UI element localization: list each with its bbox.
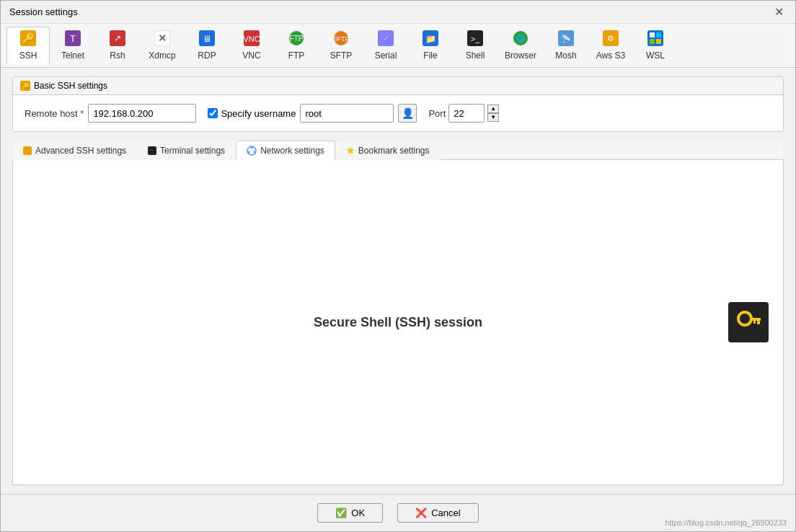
key-large-icon [736, 310, 761, 334]
aws-s3-label: Aws S3 [596, 50, 625, 61]
cancel-button[interactable]: ❌ Cancel [397, 503, 478, 523]
tabs-section: Advanced SSH settings Terminal settings [12, 141, 784, 485]
svg-marker-41 [346, 146, 355, 154]
toolbar-item-shell[interactable]: >_ Shell [454, 27, 497, 64]
toolbar-item-telnet[interactable]: T Telnet [51, 27, 94, 64]
port-down-button[interactable]: ▼ [487, 113, 499, 122]
tab-network[interactable]: Network settings [236, 141, 335, 160]
toolbar-item-xdmcp[interactable]: ✕ Xdmcp [141, 27, 184, 64]
serial-icon: ⟋ [378, 30, 394, 49]
username-input[interactable] [300, 104, 394, 123]
telnet-icon: T [65, 30, 81, 49]
tab-bookmark-label: Bookmark settings [358, 146, 430, 156]
toolbar-item-serial[interactable]: ⟋ Serial [364, 27, 407, 64]
svg-text:🖥: 🖥 [203, 34, 211, 44]
svg-text:⟋: ⟋ [381, 33, 390, 43]
ok-label: OK [351, 507, 365, 518]
ssh-session-label: Secure Shell (SSH) session [314, 315, 482, 330]
mosh-label: Mosh [555, 50, 576, 61]
svg-text:↗: ↗ [114, 33, 121, 43]
toolbar-item-browser[interactable]: 🌐 Browser [498, 27, 543, 64]
wsl-icon [647, 30, 663, 49]
basic-ssh-title-label: Basic SSH settings [34, 81, 107, 91]
basic-ssh-section: 🔑 Basic SSH settings Remote host * Speci… [12, 76, 784, 132]
svg-rect-32 [656, 39, 661, 44]
specify-username-group: Specify username 👤 [208, 104, 417, 123]
tab-network-label: Network settings [260, 146, 324, 156]
tab-terminal[interactable]: Terminal settings [137, 141, 236, 160]
svg-text:>_: >_ [471, 35, 480, 43]
title-bar: Session settings ✕ [1, 1, 795, 24]
toolbar-item-rsh[interactable]: ↗ Rsh [96, 27, 139, 64]
tab-terminal-icon [148, 146, 156, 155]
remote-host-input[interactable] [88, 104, 196, 123]
svg-point-38 [251, 147, 253, 149]
specify-username-label[interactable]: Specify username [208, 108, 296, 119]
svg-text:VNC: VNC [244, 35, 260, 43]
tab-advanced-ssh-icon [23, 146, 32, 155]
tab-advanced-ssh-label: Advanced SSH settings [35, 146, 126, 156]
session-settings-window: Session settings ✕ 🔑 SSH T Telnet [0, 0, 796, 532]
file-label: File [423, 50, 437, 61]
toolbar-item-aws-s3[interactable]: ⚙ Aws S3 [589, 27, 632, 64]
basic-ssh-title-icon: 🔑 [20, 81, 30, 91]
xdmcp-icon: ✕ [154, 30, 170, 49]
svg-text:FTP: FTP [290, 35, 304, 43]
toolbar-item-vnc[interactable]: VNC VNC [230, 27, 273, 64]
svg-text:⚙: ⚙ [607, 34, 614, 43]
remote-host-group: Remote host * [25, 104, 196, 123]
toolbar-item-rdp[interactable]: 🖥 RDP [185, 27, 229, 64]
cancel-label: Cancel [431, 507, 460, 518]
tab-advanced-ssh[interactable]: Advanced SSH settings [12, 141, 137, 160]
window-title: Session settings [9, 6, 78, 17]
tab-bookmark-icon [346, 146, 355, 156]
rdp-icon: 🖥 [199, 30, 215, 49]
specify-username-checkbox[interactable] [208, 108, 218, 118]
svg-text:SFTP: SFTP [333, 35, 349, 43]
sftp-icon: SFTP [333, 30, 349, 49]
vnc-label: VNC [242, 50, 260, 61]
svg-rect-36 [148, 146, 156, 155]
tab-bookmark[interactable]: Bookmark settings [335, 141, 441, 160]
svg-rect-31 [650, 39, 655, 44]
port-label: Port [428, 108, 446, 119]
ssh-label: SSH [19, 50, 37, 61]
watermark: https://blog.csdn.net/qq_26900233 [665, 518, 787, 527]
svg-point-39 [248, 151, 250, 154]
toolbar-item-ssh[interactable]: 🔑 SSH [6, 27, 50, 64]
port-up-button[interactable]: ▲ [487, 105, 499, 113]
svg-text:T: T [70, 33, 76, 44]
port-input[interactable] [448, 104, 485, 123]
svg-rect-29 [650, 32, 655, 37]
toolbar-item-wsl[interactable]: WSL [634, 27, 677, 64]
required-star: * [78, 108, 84, 119]
cancel-icon: ❌ [415, 507, 427, 518]
telnet-label: Telnet [61, 50, 84, 61]
svg-rect-35 [23, 146, 32, 155]
svg-rect-46 [753, 321, 756, 324]
svg-rect-45 [757, 321, 760, 324]
toolbar-item-sftp[interactable]: SFTP SFTP [319, 27, 363, 64]
ftp-label: FTP [288, 50, 305, 61]
remote-host-label: Remote host * [25, 108, 84, 119]
rsh-label: Rsh [110, 50, 125, 61]
basic-ssh-title: 🔑 Basic SSH settings [13, 77, 783, 95]
toolbar-item-file[interactable]: 📁 File [409, 27, 452, 64]
ok-icon: ✅ [335, 507, 347, 518]
user-icon-button[interactable]: 👤 [398, 104, 417, 123]
svg-point-43 [742, 316, 748, 322]
shell-icon: >_ [467, 30, 483, 49]
tab-terminal-label: Terminal settings [160, 146, 225, 156]
xdmcp-label: Xdmcp [149, 50, 175, 61]
ssh-icon: 🔑 [20, 30, 36, 49]
ok-button[interactable]: ✅ OK [317, 503, 383, 523]
tabs-bar: Advanced SSH settings Terminal settings [12, 141, 784, 160]
browser-label: Browser [505, 50, 536, 61]
close-button[interactable]: ✕ [771, 5, 787, 19]
svg-text:✕: ✕ [158, 32, 167, 44]
svg-text:🔑: 🔑 [22, 82, 30, 91]
main-content: 🔑 Basic SSH settings Remote host * Speci… [1, 68, 795, 494]
toolbar-item-ftp[interactable]: FTP FTP [275, 27, 318, 64]
toolbar-item-mosh[interactable]: 📡 Mosh [544, 27, 588, 64]
rsh-icon: ↗ [110, 30, 125, 49]
